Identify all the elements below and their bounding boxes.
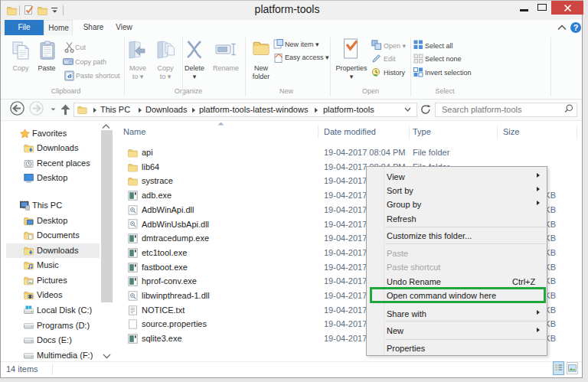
svg-text:W...: W... <box>64 60 73 64</box>
